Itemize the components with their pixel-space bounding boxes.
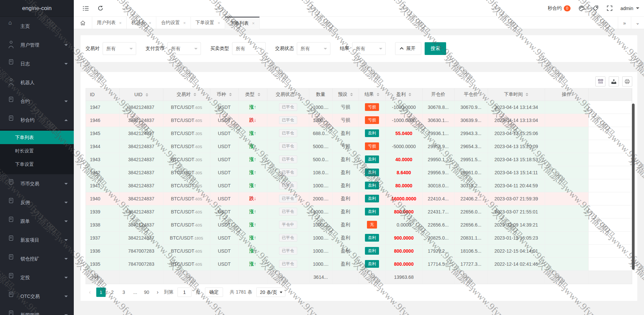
sidebar-subitem[interactable]: 下单列表 [0, 131, 74, 144]
pair-period: -30S [194, 171, 202, 175]
sidebar-item[interactable]: 锁仓挖矿 [0, 249, 74, 268]
search-button[interactable]: 搜索 [425, 42, 446, 55]
column-header[interactable]: 类型 [238, 88, 267, 101]
tab[interactable]: 机器人 × [127, 17, 157, 29]
refresh-icon[interactable] [98, 5, 103, 11]
page-number[interactable]: 90 [142, 288, 151, 297]
page-size-select[interactable]: 20 条/页 [256, 288, 285, 297]
sort-icon[interactable] [229, 93, 232, 96]
column-header[interactable]: 结果 [359, 88, 385, 101]
sidebar-item[interactable]: 反佣 [0, 193, 74, 212]
filter-select[interactable]: 所有 [297, 42, 330, 55]
sidebar-item[interactable]: 币币交易 [0, 174, 74, 193]
sort-icon[interactable] [377, 93, 379, 96]
cell-close-price: 29961.0... [454, 166, 488, 179]
table-panel: ID UID 交易对 币种 [80, 72, 637, 301]
theme-palette-icon[interactable] [579, 5, 585, 11]
cell-uid: 7847007283 [119, 257, 163, 270]
close-icon[interactable]: × [119, 20, 122, 25]
tab[interactable]: 合约设置 × [156, 17, 191, 29]
column-header[interactable]: 预设 [332, 88, 359, 101]
close-icon[interactable]: × [252, 21, 255, 26]
sidebar-item[interactable]: 定投 [0, 268, 74, 287]
cell-type: 涨↑ [238, 153, 267, 166]
sidebar-item[interactable]: 跟单 [0, 212, 74, 231]
user-menu[interactable]: admin [621, 6, 639, 11]
tag-icon[interactable] [593, 5, 599, 11]
cell-profit: 800.0000 [385, 205, 422, 218]
sort-icon[interactable] [409, 93, 411, 96]
cell-close-price: 30639.9... [454, 114, 488, 127]
tab[interactable]: 下单设置 × [191, 17, 225, 29]
filter-select[interactable]: 所有 [352, 42, 386, 55]
collapse-menu-icon[interactable] [83, 6, 89, 11]
filter-select[interactable]: 所有 [167, 42, 201, 55]
close-icon[interactable]: × [149, 20, 152, 25]
page-number[interactable]: ... [130, 288, 140, 297]
sidebar-subitem[interactable]: 下单设置 [0, 158, 74, 171]
column-header[interactable]: ID [86, 88, 119, 101]
column-header[interactable]: 开仓价 [422, 88, 454, 101]
column-header[interactable]: 盈利 [385, 88, 422, 101]
sidebar-item-icon [8, 24, 14, 28]
sidebar-item[interactable]: 秒合约 [0, 111, 74, 129]
prev-page-button[interactable]: ‹ [86, 289, 94, 295]
sidebar-item[interactable]: OTC交易 [0, 287, 74, 306]
sidebar-item[interactable]: 新闻管理 [0, 306, 74, 315]
column-header[interactable]: UID [119, 88, 163, 101]
tab-home[interactable] [74, 17, 92, 29]
tabbar: 用户列表 × 机器人 × 合约设置 × 下单设置 × 下单列表 × » ⌄ [74, 17, 644, 29]
confirm-button[interactable]: 确定 [205, 288, 223, 297]
sidebar-item[interactable]: 机器人 [0, 73, 74, 92]
column-header[interactable]: 数量 [309, 88, 332, 101]
cell-preset: 亏损 [332, 114, 359, 127]
sort-icon[interactable] [350, 93, 353, 96]
cell-status: 平仓中 [267, 218, 309, 231]
column-header[interactable] [588, 88, 632, 101]
page-number[interactable]: 1 [96, 288, 106, 297]
column-header[interactable]: 交易对 [163, 88, 210, 101]
cell-type: 跌↓ [238, 114, 267, 127]
filter-select[interactable]: 所有 [103, 42, 136, 55]
sidebar-item[interactable]: 用户管理 [0, 36, 74, 54]
sort-icon[interactable] [298, 93, 300, 96]
cell-pair: BTC/USDT-60S [163, 205, 210, 218]
second-contract-notice[interactable]: 秒合约 0 [548, 5, 571, 11]
close-icon[interactable]: × [183, 20, 186, 25]
filter-field: 结果 所有 [340, 42, 386, 55]
column-header[interactable]: 下单时间 [488, 88, 545, 101]
cell-type: 涨↑ [238, 218, 267, 231]
tab-dropdown-button[interactable]: ⌄ [631, 17, 644, 29]
tab[interactable]: 用户列表 × [92, 17, 127, 29]
goto-page-input[interactable] [177, 288, 192, 297]
filter-columns-button[interactable] [595, 76, 605, 86]
filter-select[interactable]: 所有 [232, 42, 266, 55]
table-row: 1937 3842124837 BTC/USDT-180S USDT 涨↑ 已平… [86, 231, 632, 244]
sidebar-item[interactable]: 新发项目 [0, 231, 74, 249]
sort-icon[interactable] [526, 93, 528, 96]
column-header[interactable]: 交易状态 [267, 88, 309, 101]
page-number[interactable]: 3 [119, 288, 128, 297]
sort-icon[interactable] [194, 93, 196, 96]
column-header[interactable]: 操作 [545, 88, 588, 101]
sidebar-item[interactable]: 主页 [0, 17, 74, 36]
sort-icon[interactable] [146, 93, 148, 97]
sidebar-subitem[interactable]: 时长设置 [0, 144, 74, 158]
next-page-button[interactable]: › [153, 289, 162, 295]
tab-label: 用户列表 [97, 20, 116, 26]
sidebar-item[interactable]: 日志 [0, 54, 74, 73]
tab-more-button[interactable]: » [618, 17, 631, 29]
sidebar-item[interactable]: 合约 [0, 92, 74, 111]
expand-button[interactable]: 展开 [395, 42, 421, 55]
tab[interactable]: 下单列表 × [225, 17, 260, 29]
column-header[interactable]: 币种 [210, 88, 238, 101]
cell-status: 已平仓 [267, 231, 309, 244]
close-icon[interactable]: × [218, 20, 220, 25]
export-button[interactable] [609, 76, 619, 86]
page-number[interactable]: 2 [108, 288, 117, 297]
column-header[interactable]: 平仓价 [454, 88, 488, 101]
fullscreen-icon[interactable] [607, 5, 612, 11]
print-button[interactable] [622, 76, 632, 86]
sort-icon[interactable] [258, 93, 260, 96]
scrollbar-thumb[interactable] [632, 104, 635, 270]
